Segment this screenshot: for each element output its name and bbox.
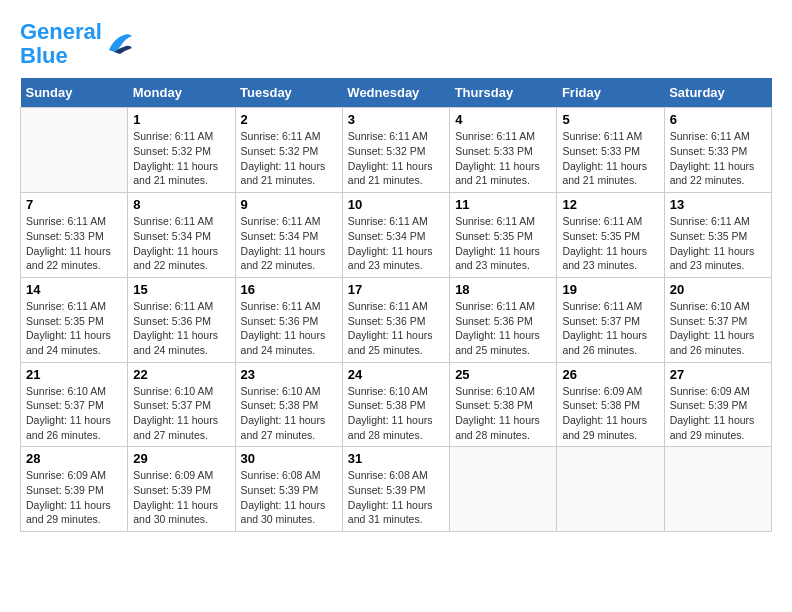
day-number: 4 (455, 112, 551, 127)
day-info: Sunrise: 6:11 AMSunset: 5:32 PMDaylight:… (241, 129, 337, 188)
day-number: 6 (670, 112, 766, 127)
weekday-header-tuesday: Tuesday (235, 78, 342, 108)
day-number: 30 (241, 451, 337, 466)
day-number: 1 (133, 112, 229, 127)
calendar-day-cell: 26Sunrise: 6:09 AMSunset: 5:38 PMDayligh… (557, 362, 664, 447)
calendar-day-cell: 4Sunrise: 6:11 AMSunset: 5:33 PMDaylight… (450, 108, 557, 193)
calendar-empty-cell (450, 447, 557, 532)
day-info: Sunrise: 6:09 AMSunset: 5:39 PMDaylight:… (670, 384, 766, 443)
day-number: 3 (348, 112, 444, 127)
day-number: 29 (133, 451, 229, 466)
day-number: 8 (133, 197, 229, 212)
day-info: Sunrise: 6:11 AMSunset: 5:33 PMDaylight:… (562, 129, 658, 188)
calendar-day-cell: 16Sunrise: 6:11 AMSunset: 5:36 PMDayligh… (235, 277, 342, 362)
day-number: 27 (670, 367, 766, 382)
calendar-week-row: 7Sunrise: 6:11 AMSunset: 5:33 PMDaylight… (21, 193, 772, 278)
day-info: Sunrise: 6:10 AMSunset: 5:37 PMDaylight:… (670, 299, 766, 358)
calendar-day-cell: 27Sunrise: 6:09 AMSunset: 5:39 PMDayligh… (664, 362, 771, 447)
day-info: Sunrise: 6:09 AMSunset: 5:39 PMDaylight:… (133, 468, 229, 527)
day-info: Sunrise: 6:11 AMSunset: 5:35 PMDaylight:… (562, 214, 658, 273)
calendar-day-cell: 10Sunrise: 6:11 AMSunset: 5:34 PMDayligh… (342, 193, 449, 278)
day-number: 22 (133, 367, 229, 382)
day-info: Sunrise: 6:11 AMSunset: 5:32 PMDaylight:… (133, 129, 229, 188)
day-info: Sunrise: 6:10 AMSunset: 5:38 PMDaylight:… (348, 384, 444, 443)
day-number: 26 (562, 367, 658, 382)
day-info: Sunrise: 6:11 AMSunset: 5:35 PMDaylight:… (455, 214, 551, 273)
day-number: 11 (455, 197, 551, 212)
weekday-header-sunday: Sunday (21, 78, 128, 108)
calendar-day-cell: 2Sunrise: 6:11 AMSunset: 5:32 PMDaylight… (235, 108, 342, 193)
day-info: Sunrise: 6:08 AMSunset: 5:39 PMDaylight:… (348, 468, 444, 527)
calendar-day-cell: 12Sunrise: 6:11 AMSunset: 5:35 PMDayligh… (557, 193, 664, 278)
day-number: 20 (670, 282, 766, 297)
calendar-week-row: 14Sunrise: 6:11 AMSunset: 5:35 PMDayligh… (21, 277, 772, 362)
day-info: Sunrise: 6:11 AMSunset: 5:34 PMDaylight:… (241, 214, 337, 273)
day-info: Sunrise: 6:09 AMSunset: 5:39 PMDaylight:… (26, 468, 122, 527)
calendar-header: SundayMondayTuesdayWednesdayThursdayFrid… (21, 78, 772, 108)
day-number: 10 (348, 197, 444, 212)
day-info: Sunrise: 6:10 AMSunset: 5:37 PMDaylight:… (133, 384, 229, 443)
calendar-day-cell: 25Sunrise: 6:10 AMSunset: 5:38 PMDayligh… (450, 362, 557, 447)
calendar-day-cell: 7Sunrise: 6:11 AMSunset: 5:33 PMDaylight… (21, 193, 128, 278)
day-number: 7 (26, 197, 122, 212)
calendar-empty-cell (557, 447, 664, 532)
weekday-header-thursday: Thursday (450, 78, 557, 108)
day-info: Sunrise: 6:10 AMSunset: 5:37 PMDaylight:… (26, 384, 122, 443)
day-number: 5 (562, 112, 658, 127)
day-number: 17 (348, 282, 444, 297)
day-number: 31 (348, 451, 444, 466)
day-info: Sunrise: 6:11 AMSunset: 5:36 PMDaylight:… (241, 299, 337, 358)
calendar-day-cell: 30Sunrise: 6:08 AMSunset: 5:39 PMDayligh… (235, 447, 342, 532)
page-header: General Blue (20, 20, 772, 68)
day-info: Sunrise: 6:10 AMSunset: 5:38 PMDaylight:… (241, 384, 337, 443)
day-number: 12 (562, 197, 658, 212)
calendar-day-cell: 31Sunrise: 6:08 AMSunset: 5:39 PMDayligh… (342, 447, 449, 532)
calendar-day-cell: 22Sunrise: 6:10 AMSunset: 5:37 PMDayligh… (128, 362, 235, 447)
day-info: Sunrise: 6:11 AMSunset: 5:37 PMDaylight:… (562, 299, 658, 358)
logo: General Blue (20, 20, 134, 68)
calendar-empty-cell (21, 108, 128, 193)
calendar-day-cell: 9Sunrise: 6:11 AMSunset: 5:34 PMDaylight… (235, 193, 342, 278)
weekday-header-saturday: Saturday (664, 78, 771, 108)
calendar-day-cell: 17Sunrise: 6:11 AMSunset: 5:36 PMDayligh… (342, 277, 449, 362)
calendar-day-cell: 21Sunrise: 6:10 AMSunset: 5:37 PMDayligh… (21, 362, 128, 447)
day-number: 15 (133, 282, 229, 297)
weekday-header-wednesday: Wednesday (342, 78, 449, 108)
day-number: 13 (670, 197, 766, 212)
calendar-day-cell: 24Sunrise: 6:10 AMSunset: 5:38 PMDayligh… (342, 362, 449, 447)
day-number: 16 (241, 282, 337, 297)
calendar-week-row: 21Sunrise: 6:10 AMSunset: 5:37 PMDayligh… (21, 362, 772, 447)
day-number: 24 (348, 367, 444, 382)
calendar-day-cell: 20Sunrise: 6:10 AMSunset: 5:37 PMDayligh… (664, 277, 771, 362)
calendar-day-cell: 18Sunrise: 6:11 AMSunset: 5:36 PMDayligh… (450, 277, 557, 362)
weekday-header-monday: Monday (128, 78, 235, 108)
calendar-day-cell: 5Sunrise: 6:11 AMSunset: 5:33 PMDaylight… (557, 108, 664, 193)
day-info: Sunrise: 6:08 AMSunset: 5:39 PMDaylight:… (241, 468, 337, 527)
calendar-day-cell: 8Sunrise: 6:11 AMSunset: 5:34 PMDaylight… (128, 193, 235, 278)
day-info: Sunrise: 6:11 AMSunset: 5:33 PMDaylight:… (455, 129, 551, 188)
day-info: Sunrise: 6:11 AMSunset: 5:32 PMDaylight:… (348, 129, 444, 188)
day-info: Sunrise: 6:11 AMSunset: 5:34 PMDaylight:… (133, 214, 229, 273)
day-number: 28 (26, 451, 122, 466)
day-info: Sunrise: 6:11 AMSunset: 5:36 PMDaylight:… (348, 299, 444, 358)
day-info: Sunrise: 6:11 AMSunset: 5:35 PMDaylight:… (670, 214, 766, 273)
calendar-week-row: 1Sunrise: 6:11 AMSunset: 5:32 PMDaylight… (21, 108, 772, 193)
calendar-day-cell: 3Sunrise: 6:11 AMSunset: 5:32 PMDaylight… (342, 108, 449, 193)
day-number: 23 (241, 367, 337, 382)
day-info: Sunrise: 6:10 AMSunset: 5:38 PMDaylight:… (455, 384, 551, 443)
calendar-day-cell: 14Sunrise: 6:11 AMSunset: 5:35 PMDayligh… (21, 277, 128, 362)
calendar-day-cell: 29Sunrise: 6:09 AMSunset: 5:39 PMDayligh… (128, 447, 235, 532)
day-number: 21 (26, 367, 122, 382)
day-number: 2 (241, 112, 337, 127)
day-number: 9 (241, 197, 337, 212)
day-number: 18 (455, 282, 551, 297)
day-info: Sunrise: 6:11 AMSunset: 5:34 PMDaylight:… (348, 214, 444, 273)
day-number: 25 (455, 367, 551, 382)
calendar-body: 1Sunrise: 6:11 AMSunset: 5:32 PMDaylight… (21, 108, 772, 532)
calendar-empty-cell (664, 447, 771, 532)
calendar-day-cell: 15Sunrise: 6:11 AMSunset: 5:36 PMDayligh… (128, 277, 235, 362)
calendar-table: SundayMondayTuesdayWednesdayThursdayFrid… (20, 78, 772, 532)
logo-bird-icon (104, 30, 134, 58)
calendar-day-cell: 28Sunrise: 6:09 AMSunset: 5:39 PMDayligh… (21, 447, 128, 532)
day-info: Sunrise: 6:11 AMSunset: 5:33 PMDaylight:… (26, 214, 122, 273)
